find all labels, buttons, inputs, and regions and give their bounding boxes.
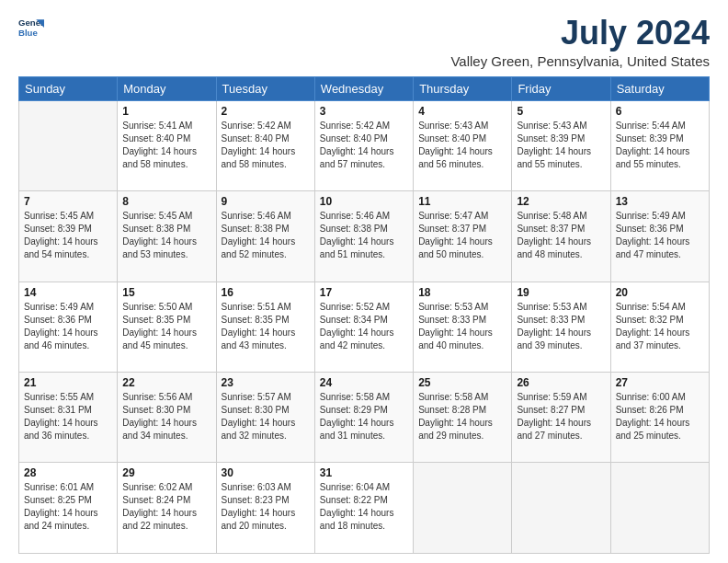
- calendar-cell: 26Sunrise: 5:59 AM Sunset: 8:27 PM Dayli…: [512, 373, 610, 463]
- calendar-cell: 4Sunrise: 5:43 AM Sunset: 8:40 PM Daylig…: [414, 100, 512, 190]
- day-number: 20: [616, 286, 704, 299]
- day-number: 14: [24, 286, 112, 299]
- calendar-cell: 31Sunrise: 6:04 AM Sunset: 8:22 PM Dayli…: [314, 463, 413, 554]
- day-info: Sunrise: 6:02 AM Sunset: 8:24 PM Dayligh…: [122, 481, 210, 533]
- calendar-cell: 15Sunrise: 5:50 AM Sunset: 8:35 PM Dayli…: [118, 282, 216, 372]
- day-number: 31: [320, 466, 408, 479]
- calendar-week-row: 21Sunrise: 5:55 AM Sunset: 8:31 PM Dayli…: [19, 373, 710, 463]
- day-info: Sunrise: 5:58 AM Sunset: 8:29 PM Dayligh…: [320, 391, 408, 442]
- day-number: 18: [418, 286, 506, 299]
- calendar-cell: 12Sunrise: 5:48 AM Sunset: 8:37 PM Dayli…: [512, 191, 610, 282]
- day-info: Sunrise: 5:47 AM Sunset: 8:37 PM Dayligh…: [418, 210, 506, 261]
- calendar-cell: 24Sunrise: 5:58 AM Sunset: 8:29 PM Dayli…: [314, 373, 413, 463]
- header: General Blue July 2024 Valley Green, Pen…: [18, 15, 710, 69]
- day-info: Sunrise: 5:55 AM Sunset: 8:31 PM Dayligh…: [24, 391, 112, 442]
- day-number: 13: [616, 195, 704, 208]
- day-number: 19: [517, 286, 605, 299]
- day-info: Sunrise: 5:56 AM Sunset: 8:30 PM Dayligh…: [122, 391, 210, 442]
- day-number: 12: [517, 195, 605, 208]
- day-info: Sunrise: 5:54 AM Sunset: 8:32 PM Dayligh…: [616, 301, 704, 352]
- calendar-weekday-wednesday: Wednesday: [314, 76, 413, 100]
- calendar-cell: 19Sunrise: 5:53 AM Sunset: 8:33 PM Dayli…: [512, 282, 610, 372]
- calendar-cell: 8Sunrise: 5:45 AM Sunset: 8:38 PM Daylig…: [118, 191, 216, 282]
- calendar-cell: 18Sunrise: 5:53 AM Sunset: 8:33 PM Dayli…: [414, 282, 512, 372]
- calendar-weekday-sunday: Sunday: [19, 76, 118, 100]
- calendar-cell: 10Sunrise: 5:46 AM Sunset: 8:38 PM Dayli…: [314, 191, 413, 282]
- calendar-cell: 5Sunrise: 5:43 AM Sunset: 8:39 PM Daylig…: [512, 100, 610, 190]
- day-info: Sunrise: 5:51 AM Sunset: 8:35 PM Dayligh…: [222, 301, 310, 352]
- calendar-weekday-friday: Friday: [512, 76, 610, 100]
- day-number: 1: [122, 105, 210, 118]
- subtitle: Valley Green, Pennsylvania, United State…: [450, 53, 710, 69]
- calendar-cell: 27Sunrise: 6:00 AM Sunset: 8:26 PM Dayli…: [610, 373, 709, 463]
- day-info: Sunrise: 6:01 AM Sunset: 8:25 PM Dayligh…: [24, 481, 112, 533]
- day-number: 11: [418, 195, 506, 208]
- day-number: 10: [320, 195, 408, 208]
- day-info: Sunrise: 5:49 AM Sunset: 8:36 PM Dayligh…: [24, 301, 112, 352]
- calendar-cell: 2Sunrise: 5:42 AM Sunset: 8:40 PM Daylig…: [216, 100, 314, 190]
- day-info: Sunrise: 5:43 AM Sunset: 8:40 PM Dayligh…: [418, 120, 506, 171]
- calendar-cell: [414, 463, 512, 554]
- calendar-cell: 14Sunrise: 5:49 AM Sunset: 8:36 PM Dayli…: [19, 282, 118, 372]
- calendar-cell: 7Sunrise: 5:45 AM Sunset: 8:39 PM Daylig…: [19, 191, 118, 282]
- calendar-weekday-monday: Monday: [118, 76, 216, 100]
- day-number: 30: [222, 466, 310, 479]
- calendar-cell: 21Sunrise: 5:55 AM Sunset: 8:31 PM Dayli…: [19, 373, 118, 463]
- calendar-weekday-saturday: Saturday: [610, 76, 709, 100]
- calendar-cell: [512, 463, 610, 554]
- calendar-cell: [610, 463, 709, 554]
- calendar-cell: 1Sunrise: 5:41 AM Sunset: 8:40 PM Daylig…: [118, 100, 216, 190]
- day-info: Sunrise: 5:43 AM Sunset: 8:39 PM Dayligh…: [517, 120, 605, 171]
- day-number: 23: [222, 376, 310, 389]
- day-number: 2: [222, 105, 310, 118]
- day-number: 27: [616, 376, 704, 389]
- day-number: 25: [418, 376, 506, 389]
- day-info: Sunrise: 5:53 AM Sunset: 8:33 PM Dayligh…: [418, 301, 506, 352]
- day-info: Sunrise: 5:48 AM Sunset: 8:37 PM Dayligh…: [517, 210, 605, 261]
- day-info: Sunrise: 5:42 AM Sunset: 8:40 PM Dayligh…: [222, 120, 310, 171]
- day-number: 24: [320, 376, 408, 389]
- day-info: Sunrise: 5:58 AM Sunset: 8:28 PM Dayligh…: [418, 391, 506, 442]
- day-info: Sunrise: 5:46 AM Sunset: 8:38 PM Dayligh…: [222, 210, 310, 261]
- calendar-week-row: 7Sunrise: 5:45 AM Sunset: 8:39 PM Daylig…: [19, 191, 710, 282]
- calendar-cell: 17Sunrise: 5:52 AM Sunset: 8:34 PM Dayli…: [314, 282, 413, 372]
- calendar-cell: 25Sunrise: 5:58 AM Sunset: 8:28 PM Dayli…: [414, 373, 512, 463]
- day-number: 28: [24, 466, 112, 479]
- day-info: Sunrise: 5:49 AM Sunset: 8:36 PM Dayligh…: [616, 210, 704, 261]
- day-number: 4: [418, 105, 506, 118]
- day-number: 6: [616, 105, 704, 118]
- day-info: Sunrise: 6:04 AM Sunset: 8:22 PM Dayligh…: [320, 481, 408, 533]
- day-info: Sunrise: 5:53 AM Sunset: 8:33 PM Dayligh…: [517, 301, 605, 352]
- calendar-cell: 13Sunrise: 5:49 AM Sunset: 8:36 PM Dayli…: [610, 191, 709, 282]
- calendar-cell: 22Sunrise: 5:56 AM Sunset: 8:30 PM Dayli…: [118, 373, 216, 463]
- day-number: 26: [517, 376, 605, 389]
- day-number: 29: [122, 466, 210, 479]
- day-info: Sunrise: 5:57 AM Sunset: 8:30 PM Dayligh…: [222, 391, 310, 442]
- calendar-cell: 11Sunrise: 5:47 AM Sunset: 8:37 PM Dayli…: [414, 191, 512, 282]
- calendar-cell: 30Sunrise: 6:03 AM Sunset: 8:23 PM Dayli…: [216, 463, 314, 554]
- day-number: 22: [122, 376, 210, 389]
- day-number: 8: [122, 195, 210, 208]
- calendar-cell: 23Sunrise: 5:57 AM Sunset: 8:30 PM Dayli…: [216, 373, 314, 463]
- calendar-header-row: SundayMondayTuesdayWednesdayThursdayFrid…: [19, 76, 710, 100]
- svg-text:Blue: Blue: [18, 28, 38, 38]
- day-info: Sunrise: 5:50 AM Sunset: 8:35 PM Dayligh…: [122, 301, 210, 352]
- day-info: Sunrise: 5:42 AM Sunset: 8:40 PM Dayligh…: [320, 120, 408, 171]
- calendar-cell: 29Sunrise: 6:02 AM Sunset: 8:24 PM Dayli…: [118, 463, 216, 554]
- calendar-cell: 16Sunrise: 5:51 AM Sunset: 8:35 PM Dayli…: [216, 282, 314, 372]
- calendar-cell: 20Sunrise: 5:54 AM Sunset: 8:32 PM Dayli…: [610, 282, 709, 372]
- day-info: Sunrise: 5:45 AM Sunset: 8:39 PM Dayligh…: [24, 210, 112, 261]
- calendar-week-row: 28Sunrise: 6:01 AM Sunset: 8:25 PM Dayli…: [19, 463, 710, 554]
- day-info: Sunrise: 5:44 AM Sunset: 8:39 PM Dayligh…: [616, 120, 704, 171]
- day-number: 16: [222, 286, 310, 299]
- calendar-cell: 6Sunrise: 5:44 AM Sunset: 8:39 PM Daylig…: [610, 100, 709, 190]
- day-number: 7: [24, 195, 112, 208]
- calendar-week-row: 14Sunrise: 5:49 AM Sunset: 8:36 PM Dayli…: [19, 282, 710, 372]
- day-number: 9: [222, 195, 310, 208]
- day-info: Sunrise: 5:46 AM Sunset: 8:38 PM Dayligh…: [320, 210, 408, 261]
- day-number: 21: [24, 376, 112, 389]
- day-info: Sunrise: 5:45 AM Sunset: 8:38 PM Dayligh…: [122, 210, 210, 261]
- calendar-weekday-thursday: Thursday: [414, 76, 512, 100]
- day-info: Sunrise: 6:03 AM Sunset: 8:23 PM Dayligh…: [222, 481, 310, 533]
- calendar-weekday-tuesday: Tuesday: [216, 76, 314, 100]
